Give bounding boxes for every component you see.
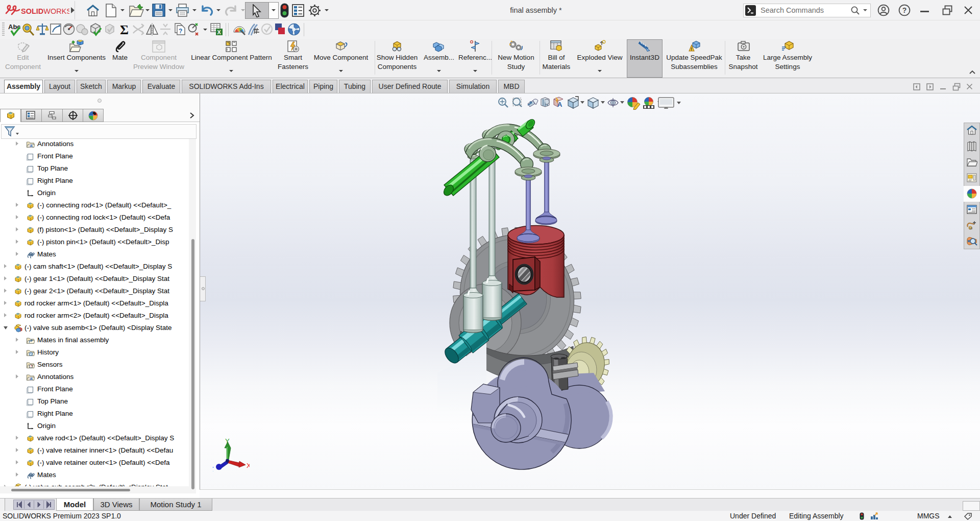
svg-text:?: ?	[902, 6, 907, 14]
svg-text:?: ?	[179, 28, 182, 35]
svg-text:SOLIDWORKS: SOLIDWORKS	[21, 7, 69, 15]
svg-text:10: 10	[969, 227, 973, 230]
svg-text:X: X	[247, 462, 250, 469]
svg-text:!: !	[691, 46, 692, 52]
svg-text:X: X	[217, 29, 222, 35]
svg-text:Σ: Σ	[120, 22, 129, 37]
svg-text:Z: Z	[213, 465, 214, 471]
